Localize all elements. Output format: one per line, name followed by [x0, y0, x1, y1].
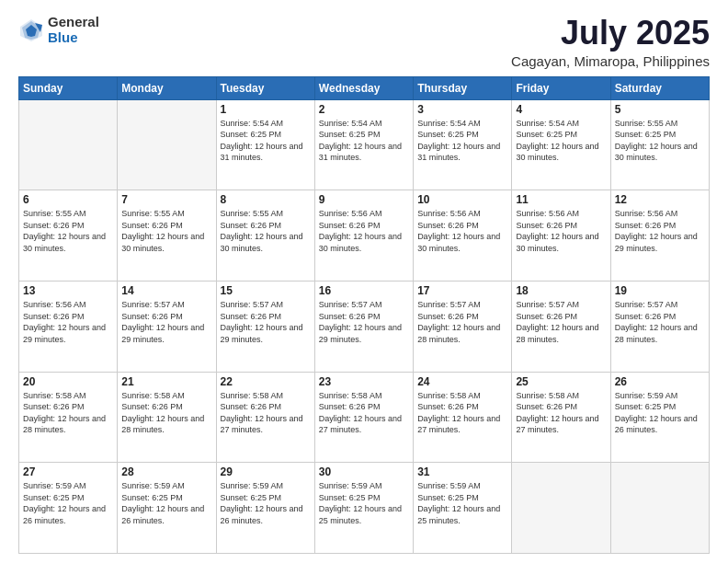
day-info: Sunrise: 5:59 AM Sunset: 6:25 PM Dayligh…	[319, 480, 409, 526]
calendar-cell: 25Sunrise: 5:58 AM Sunset: 6:26 PM Dayli…	[512, 372, 610, 463]
day-info: Sunrise: 5:56 AM Sunset: 6:26 PM Dayligh…	[23, 299, 113, 345]
day-info: Sunrise: 5:58 AM Sunset: 6:26 PM Dayligh…	[23, 390, 113, 436]
calendar-cell: 3Sunrise: 5:54 AM Sunset: 6:25 PM Daylig…	[414, 99, 512, 190]
calendar-cell	[19, 99, 118, 190]
weekday-header-saturday: Saturday	[610, 76, 709, 99]
day-number: 2	[319, 103, 409, 116]
day-number: 14	[121, 284, 211, 297]
calendar-cell: 8Sunrise: 5:55 AM Sunset: 6:26 PM Daylig…	[216, 190, 314, 282]
day-info: Sunrise: 5:57 AM Sunset: 6:26 PM Dayligh…	[516, 299, 606, 345]
week-row-4: 27Sunrise: 5:59 AM Sunset: 6:25 PM Dayli…	[19, 463, 710, 554]
main-title: July 2025	[511, 15, 710, 52]
calendar-cell: 7Sunrise: 5:55 AM Sunset: 6:26 PM Daylig…	[118, 190, 216, 282]
day-info: Sunrise: 5:56 AM Sunset: 6:26 PM Dayligh…	[516, 208, 606, 254]
day-info: Sunrise: 5:59 AM Sunset: 6:25 PM Dayligh…	[23, 480, 113, 526]
calendar-cell: 17Sunrise: 5:57 AM Sunset: 6:26 PM Dayli…	[414, 281, 512, 372]
weekday-header-tuesday: Tuesday	[216, 76, 314, 99]
day-number: 6	[23, 193, 113, 206]
calendar-cell: 27Sunrise: 5:59 AM Sunset: 6:25 PM Dayli…	[19, 463, 118, 554]
day-info: Sunrise: 5:55 AM Sunset: 6:26 PM Dayligh…	[221, 208, 311, 254]
weekday-header-wednesday: Wednesday	[314, 76, 413, 99]
day-number: 9	[319, 193, 409, 206]
logo: General Blue	[18, 15, 99, 45]
day-number: 18	[516, 284, 606, 297]
day-info: Sunrise: 5:56 AM Sunset: 6:26 PM Dayligh…	[417, 208, 507, 254]
calendar-cell: 18Sunrise: 5:57 AM Sunset: 6:26 PM Dayli…	[512, 281, 610, 372]
day-info: Sunrise: 5:58 AM Sunset: 6:26 PM Dayligh…	[516, 390, 606, 436]
day-number: 29	[221, 465, 311, 478]
day-info: Sunrise: 5:57 AM Sunset: 6:26 PM Dayligh…	[221, 299, 311, 345]
day-number: 20	[23, 375, 113, 388]
day-number: 8	[221, 193, 311, 206]
day-number: 15	[221, 284, 311, 297]
calendar-cell	[512, 463, 610, 554]
calendar-cell: 29Sunrise: 5:59 AM Sunset: 6:25 PM Dayli…	[216, 463, 314, 554]
calendar-table: SundayMondayTuesdayWednesdayThursdayFrid…	[18, 76, 710, 554]
day-number: 11	[516, 193, 606, 206]
day-info: Sunrise: 5:59 AM Sunset: 6:25 PM Dayligh…	[221, 480, 311, 526]
calendar-body: 1Sunrise: 5:54 AM Sunset: 6:25 PM Daylig…	[19, 99, 710, 553]
logo-general: General	[48, 15, 99, 30]
day-info: Sunrise: 5:58 AM Sunset: 6:26 PM Dayligh…	[221, 390, 311, 436]
day-info: Sunrise: 5:55 AM Sunset: 6:25 PM Dayligh…	[615, 118, 705, 164]
day-info: Sunrise: 5:57 AM Sunset: 6:26 PM Dayligh…	[615, 299, 705, 345]
day-info: Sunrise: 5:54 AM Sunset: 6:25 PM Dayligh…	[221, 118, 311, 164]
day-info: Sunrise: 5:58 AM Sunset: 6:26 PM Dayligh…	[417, 390, 507, 436]
day-number: 31	[417, 465, 507, 478]
week-row-2: 13Sunrise: 5:56 AM Sunset: 6:26 PM Dayli…	[19, 281, 710, 372]
weekday-header-friday: Friday	[512, 76, 610, 99]
logo-icon	[18, 17, 44, 43]
day-info: Sunrise: 5:58 AM Sunset: 6:26 PM Dayligh…	[121, 390, 211, 436]
calendar-cell: 9Sunrise: 5:56 AM Sunset: 6:26 PM Daylig…	[314, 190, 413, 282]
calendar-cell: 15Sunrise: 5:57 AM Sunset: 6:26 PM Dayli…	[216, 281, 314, 372]
day-number: 7	[121, 193, 211, 206]
calendar-cell: 31Sunrise: 5:59 AM Sunset: 6:25 PM Dayli…	[414, 463, 512, 554]
day-info: Sunrise: 5:57 AM Sunset: 6:26 PM Dayligh…	[121, 299, 211, 345]
logo-blue: Blue	[48, 30, 99, 46]
day-info: Sunrise: 5:56 AM Sunset: 6:26 PM Dayligh…	[319, 208, 409, 254]
day-info: Sunrise: 5:55 AM Sunset: 6:26 PM Dayligh…	[121, 208, 211, 254]
calendar-cell: 23Sunrise: 5:58 AM Sunset: 6:26 PM Dayli…	[314, 372, 413, 463]
logo-text: General Blue	[48, 15, 99, 45]
day-number: 19	[615, 284, 705, 297]
calendar-cell: 13Sunrise: 5:56 AM Sunset: 6:26 PM Dayli…	[19, 281, 118, 372]
weekday-header-sunday: Sunday	[19, 76, 118, 99]
calendar-cell: 22Sunrise: 5:58 AM Sunset: 6:26 PM Dayli…	[216, 372, 314, 463]
day-number: 4	[516, 103, 606, 116]
calendar-cell	[610, 463, 709, 554]
calendar-cell: 21Sunrise: 5:58 AM Sunset: 6:26 PM Dayli…	[118, 372, 216, 463]
day-number: 3	[417, 103, 507, 116]
calendar-cell: 6Sunrise: 5:55 AM Sunset: 6:26 PM Daylig…	[19, 190, 118, 282]
day-number: 21	[121, 375, 211, 388]
day-number: 26	[615, 375, 705, 388]
day-info: Sunrise: 5:55 AM Sunset: 6:26 PM Dayligh…	[23, 208, 113, 254]
day-info: Sunrise: 5:54 AM Sunset: 6:25 PM Dayligh…	[516, 118, 606, 164]
page: General Blue July 2025 Cagayan, Mimaropa…	[0, 0, 728, 563]
calendar-cell: 16Sunrise: 5:57 AM Sunset: 6:26 PM Dayli…	[314, 281, 413, 372]
title-block: July 2025 Cagayan, Mimaropa, Philippines	[511, 15, 710, 69]
calendar-cell: 11Sunrise: 5:56 AM Sunset: 6:26 PM Dayli…	[512, 190, 610, 282]
day-number: 17	[417, 284, 507, 297]
calendar-cell: 1Sunrise: 5:54 AM Sunset: 6:25 PM Daylig…	[216, 99, 314, 190]
day-number: 25	[516, 375, 606, 388]
calendar-cell: 12Sunrise: 5:56 AM Sunset: 6:26 PM Dayli…	[610, 190, 709, 282]
day-info: Sunrise: 5:58 AM Sunset: 6:26 PM Dayligh…	[319, 390, 409, 436]
day-info: Sunrise: 5:54 AM Sunset: 6:25 PM Dayligh…	[319, 118, 409, 164]
calendar-cell	[118, 99, 216, 190]
weekday-header-thursday: Thursday	[414, 76, 512, 99]
day-number: 24	[417, 375, 507, 388]
calendar-cell: 2Sunrise: 5:54 AM Sunset: 6:25 PM Daylig…	[314, 99, 413, 190]
calendar-cell: 14Sunrise: 5:57 AM Sunset: 6:26 PM Dayli…	[118, 281, 216, 372]
day-number: 30	[319, 465, 409, 478]
week-row-0: 1Sunrise: 5:54 AM Sunset: 6:25 PM Daylig…	[19, 99, 710, 190]
calendar-cell: 5Sunrise: 5:55 AM Sunset: 6:25 PM Daylig…	[610, 99, 709, 190]
calendar-cell: 24Sunrise: 5:58 AM Sunset: 6:26 PM Dayli…	[414, 372, 512, 463]
calendar-cell: 28Sunrise: 5:59 AM Sunset: 6:25 PM Dayli…	[118, 463, 216, 554]
week-row-1: 6Sunrise: 5:55 AM Sunset: 6:26 PM Daylig…	[19, 190, 710, 282]
day-info: Sunrise: 5:59 AM Sunset: 6:25 PM Dayligh…	[121, 480, 211, 526]
subtitle: Cagayan, Mimaropa, Philippines	[511, 53, 710, 69]
day-number: 27	[23, 465, 113, 478]
calendar-cell: 19Sunrise: 5:57 AM Sunset: 6:26 PM Dayli…	[610, 281, 709, 372]
day-info: Sunrise: 5:57 AM Sunset: 6:26 PM Dayligh…	[417, 299, 507, 345]
day-number: 16	[319, 284, 409, 297]
